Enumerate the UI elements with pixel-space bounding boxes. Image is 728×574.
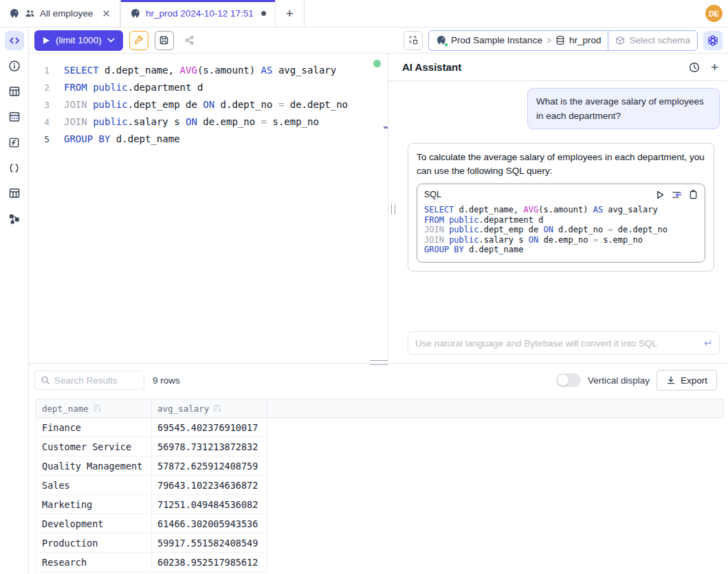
table-row[interactable]: Research60238.952517985612	[36, 553, 267, 572]
avatar[interactable]: DE	[705, 5, 723, 22]
table-cell[interactable]: Research	[36, 553, 152, 571]
column-header-dept-name[interactable]: dept_name	[36, 399, 152, 417]
openai-icon	[707, 35, 718, 46]
sidebar-item-views[interactable]	[5, 184, 24, 203]
sidebar-item-tables[interactable]	[5, 82, 24, 101]
new-chat-icon[interactable]: +	[711, 60, 718, 74]
export-label: Export	[681, 375, 707, 386]
ai-code-lines: SELECT d.dept_name, AVG(s.amount) AS avg…	[417, 203, 705, 262]
sort-icon	[213, 404, 222, 412]
save-icon	[159, 35, 169, 45]
line-number: 5	[29, 131, 49, 148]
download-icon	[666, 375, 676, 385]
batch-group-icon	[25, 8, 35, 19]
schema-selector[interactable]: Select schema	[608, 31, 697, 50]
ai-prompt-input[interactable]	[415, 338, 702, 349]
sidebar-item-schema-diagram[interactable]	[5, 209, 24, 228]
database-name: hr_prod	[569, 35, 602, 45]
line-number: 3	[29, 97, 49, 113]
table-cell[interactable]: 79643.102234636872	[152, 476, 267, 494]
table-row[interactable]: Marketing71251.049484536082	[36, 495, 267, 514]
history-clock-icon[interactable]	[689, 62, 700, 73]
ai-chat-area: What is the average salary of employees …	[388, 81, 728, 272]
unsaved-dot-icon	[261, 11, 266, 16]
add-tab-button[interactable]: +	[276, 0, 305, 27]
table-row[interactable]: Quality Management57872.625912408759	[36, 456, 267, 476]
sidebar-item-procedures[interactable]	[5, 158, 24, 177]
ai-code-block: SQL SELECT d	[417, 184, 705, 263]
table-row[interactable]: Finance69545.402376910017	[36, 418, 267, 437]
table-row[interactable]: Development61466.302005943536	[36, 514, 267, 533]
table-cell[interactable]: 57872.625912408759	[152, 456, 267, 475]
format-sql-button[interactable]	[129, 31, 148, 50]
table-cell[interactable]: Quality Management	[36, 456, 152, 475]
search-results-input[interactable]	[54, 375, 138, 386]
save-sheet-button[interactable]	[155, 31, 174, 50]
table-cell[interactable]: Production	[36, 533, 152, 552]
postgres-icon	[130, 8, 141, 19]
table-cell[interactable]: Development	[36, 514, 152, 533]
sidebar-item-worksheet[interactable]	[5, 31, 24, 50]
user-message-bubble: What is the average salary of employees …	[527, 88, 720, 129]
run-snippet-icon[interactable]	[656, 190, 665, 199]
table-cell[interactable]: 60238.952517985612	[152, 553, 267, 571]
sidebar-item-functions[interactable]	[5, 133, 24, 152]
schema-compare-button[interactable]	[404, 31, 423, 50]
ai-prompt-box	[408, 331, 720, 355]
run-label: (limit 1000)	[56, 35, 102, 45]
table-cell[interactable]: 69545.402376910017	[152, 418, 267, 437]
ai-response-text: To calculate the average salary of emplo…	[417, 151, 705, 178]
vertical-display-toggle[interactable]	[556, 373, 581, 387]
vertical-display-label: Vertical display	[588, 375, 650, 386]
info-icon	[8, 60, 21, 72]
code-language-label: SQL	[424, 188, 441, 201]
ai-response-card: To calculate the average salary of emplo…	[408, 143, 714, 272]
sidebar-item-sample-data[interactable]	[5, 107, 24, 126]
play-icon	[43, 36, 50, 45]
close-icon[interactable]: ✕	[102, 8, 111, 19]
connection-health-dot	[373, 60, 381, 67]
postgres-icon	[9, 8, 20, 19]
tab-bar: All employee ✕ hr_prod 2024-10-12 17:51 …	[0, 0, 728, 27]
sidebar-item-info[interactable]	[5, 56, 24, 76]
table-row[interactable]: Production59917.551582408549	[36, 533, 267, 553]
tab-all-employee[interactable]: All employee ✕	[0, 0, 120, 27]
sql-editor[interactable]: 1SELECT d.dept_name, AVG(s.amount) AS av…	[29, 54, 388, 363]
ai-assistant-panel: AI Assistant + What is the average salar…	[388, 54, 728, 363]
line-number: 4	[29, 114, 49, 131]
tab-hr-prod[interactable]: hr_prod 2024-10-12 17:51	[120, 0, 276, 27]
table-cell[interactable]: 59917.551582408549	[152, 533, 267, 552]
table-cell[interactable]: 71251.049484536082	[152, 495, 267, 514]
results-panel: 9 rows Vertical display Export dept_name	[29, 363, 728, 574]
table-row[interactable]: Customer Service56978.731213872832	[36, 437, 267, 456]
table-row[interactable]: Sales79643.102234636872	[36, 476, 267, 495]
submit-return-icon[interactable]	[702, 339, 712, 348]
table-cell[interactable]: Sales	[36, 476, 152, 494]
parentheses-icon	[8, 162, 20, 174]
results-controls: 9 rows Vertical display Export	[29, 364, 728, 397]
instance-database-segment[interactable]: Prod Sample Instance > hr_prod	[429, 31, 608, 50]
share-icon	[184, 35, 195, 45]
function-icon	[8, 137, 20, 148]
column-header-avg-salary[interactable]: avg_salary	[152, 399, 267, 417]
table-cell[interactable]: Customer Service	[36, 437, 152, 456]
insert-into-editor-icon[interactable]	[672, 190, 682, 199]
table-cell[interactable]: 56978.731213872832	[152, 437, 267, 456]
copy-icon[interactable]	[689, 190, 698, 199]
schema-box-icon	[615, 36, 625, 45]
table-cell[interactable]: Marketing	[36, 495, 152, 514]
schema-placeholder: Select schema	[629, 35, 690, 45]
table-cell[interactable]: Finance	[36, 418, 152, 437]
export-button[interactable]: Export	[657, 370, 717, 390]
connection-selector[interactable]: Prod Sample Instance > hr_prod Select sc…	[428, 30, 698, 51]
panel-resize-handle[interactable]	[391, 203, 395, 214]
table-cell[interactable]: 61466.302005943536	[152, 514, 267, 533]
run-query-button[interactable]: (limit 1000)	[34, 30, 123, 51]
results-resize-handle[interactable]	[370, 360, 388, 365]
row-count-label: 9 rows	[153, 375, 180, 386]
results-table-header: dept_name avg_salary	[36, 399, 724, 418]
code-icon	[9, 35, 20, 46]
ai-assistant-button[interactable]	[703, 31, 723, 50]
share-sheet-button[interactable]	[180, 31, 199, 50]
ai-panel-title: AI Assistant	[402, 61, 461, 73]
